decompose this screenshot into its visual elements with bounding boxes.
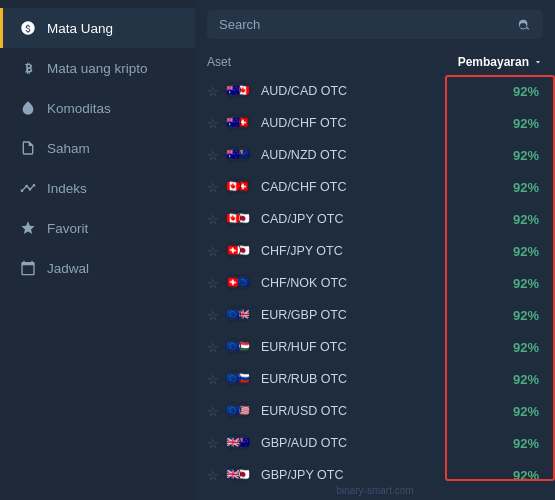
flag-pair: 🇪🇺🇬🇧 bbox=[225, 306, 255, 324]
sidebar-item-favorit[interactable]: Favorit bbox=[0, 208, 195, 248]
sidebar: Mata UangMata uang kriptoKomoditasSahamI… bbox=[0, 0, 195, 500]
flag1: 🇨🇭 bbox=[225, 274, 241, 290]
asset-payment: 92% bbox=[413, 84, 543, 99]
asset-name: AUD/NZD OTC bbox=[261, 148, 346, 162]
star-icon[interactable]: ☆ bbox=[207, 468, 219, 482]
sidebar-item-label: Mata Uang bbox=[47, 21, 113, 36]
table-row[interactable]: ☆🇨🇦🇯🇵CAD/JPY OTC92% bbox=[195, 203, 555, 235]
asset-payment: 92% bbox=[413, 372, 543, 387]
table-row[interactable]: ☆🇦🇺🇨🇭AUD/CHF OTC92% bbox=[195, 107, 555, 139]
asset-payment: 92% bbox=[413, 340, 543, 355]
table-row[interactable]: ☆🇨🇦🇨🇭CAD/CHF OTC92% bbox=[195, 171, 555, 203]
table-row[interactable]: ☆🇬🇧🇦🇺GBP/AUD OTC92% bbox=[195, 427, 555, 459]
sidebar-item-kripto[interactable]: Mata uang kripto bbox=[0, 48, 195, 88]
asset-list-wrapper: ☆🇦🇺🇨🇦AUD/CAD OTC92%☆🇦🇺🇨🇭AUD/CHF OTC92%☆🇦… bbox=[195, 75, 555, 481]
table-row[interactable]: ☆🇨🇭🇪🇺CHF/NOK OTC92% bbox=[195, 267, 555, 299]
asset-name: CAD/CHF OTC bbox=[261, 180, 346, 194]
asset-name: EUR/GBP OTC bbox=[261, 308, 347, 322]
sidebar-item-indeks[interactable]: Indeks bbox=[0, 168, 195, 208]
sidebar-item-label: Indeks bbox=[47, 181, 87, 196]
star-icon[interactable]: ☆ bbox=[207, 244, 219, 259]
star-icon[interactable]: ☆ bbox=[207, 308, 219, 323]
asset-name: GBP/JPY OTC bbox=[261, 468, 343, 481]
flag-pair: 🇦🇺🇳🇿 bbox=[225, 146, 255, 164]
drop-icon bbox=[19, 99, 37, 117]
col-payment-label[interactable]: Pembayaran bbox=[413, 55, 543, 69]
flag-pair: 🇨🇭🇯🇵 bbox=[225, 242, 255, 260]
flag-pair: 🇦🇺🇨🇦 bbox=[225, 82, 255, 100]
sidebar-item-jadwal[interactable]: Jadwal bbox=[0, 248, 195, 288]
asset-name: CAD/JPY OTC bbox=[261, 212, 343, 226]
table-row[interactable]: ☆🇪🇺🇭🇺EUR/HUF OTC92% bbox=[195, 331, 555, 363]
app-container: Mata UangMata uang kriptoKomoditasSahamI… bbox=[0, 0, 555, 500]
flag1: 🇦🇺 bbox=[225, 82, 241, 98]
flag1: 🇦🇺 bbox=[225, 146, 241, 162]
asset-row-left: ☆🇪🇺🇬🇧EUR/GBP OTC bbox=[207, 306, 413, 324]
flag-pair: 🇬🇧🇦🇺 bbox=[225, 434, 255, 452]
search-bar bbox=[195, 0, 555, 49]
asset-row-left: ☆🇦🇺🇳🇿AUD/NZD OTC bbox=[207, 146, 413, 164]
flag1: 🇬🇧 bbox=[225, 434, 241, 450]
asset-payment: 92% bbox=[413, 116, 543, 131]
search-wrapper bbox=[207, 10, 543, 39]
asset-payment: 92% bbox=[413, 468, 543, 482]
sidebar-item-label: Jadwal bbox=[47, 261, 89, 276]
flag-pair: 🇪🇺🇺🇸 bbox=[225, 402, 255, 420]
star-icon[interactable]: ☆ bbox=[207, 148, 219, 163]
asset-list[interactable]: ☆🇦🇺🇨🇦AUD/CAD OTC92%☆🇦🇺🇨🇭AUD/CHF OTC92%☆🇦… bbox=[195, 75, 555, 481]
asset-row-left: ☆🇦🇺🇨🇭AUD/CHF OTC bbox=[207, 114, 413, 132]
table-row[interactable]: ☆🇦🇺🇳🇿AUD/NZD OTC92% bbox=[195, 139, 555, 171]
asset-row-left: ☆🇬🇧🇯🇵GBP/JPY OTC bbox=[207, 466, 413, 481]
flag-pair: 🇨🇭🇪🇺 bbox=[225, 274, 255, 292]
sidebar-item-mata-uang[interactable]: Mata Uang bbox=[0, 8, 195, 48]
sidebar-item-label: Saham bbox=[47, 141, 90, 156]
flag-pair: 🇪🇺🇷🇺 bbox=[225, 370, 255, 388]
star-icon[interactable]: ☆ bbox=[207, 276, 219, 291]
asset-name: EUR/USD OTC bbox=[261, 404, 347, 418]
table-row[interactable]: ☆🇪🇺🇺🇸EUR/USD OTC92% bbox=[195, 395, 555, 427]
asset-name: CHF/JPY OTC bbox=[261, 244, 343, 258]
table-row[interactable]: ☆🇬🇧🇯🇵GBP/JPY OTC92% bbox=[195, 459, 555, 481]
flag1: 🇪🇺 bbox=[225, 370, 241, 386]
flag1: 🇬🇧 bbox=[225, 466, 241, 481]
asset-payment: 92% bbox=[413, 244, 543, 259]
sidebar-item-label: Favorit bbox=[47, 221, 88, 236]
asset-payment: 92% bbox=[413, 404, 543, 419]
asset-payment: 92% bbox=[413, 308, 543, 323]
asset-payment: 92% bbox=[413, 180, 543, 195]
star-icon[interactable]: ☆ bbox=[207, 116, 219, 131]
sidebar-item-komoditas[interactable]: Komoditas bbox=[0, 88, 195, 128]
table-row[interactable]: ☆🇨🇭🇯🇵CHF/JPY OTC92% bbox=[195, 235, 555, 267]
table-header: Aset Pembayaran bbox=[195, 49, 555, 75]
asset-name: AUD/CHF OTC bbox=[261, 116, 346, 130]
table-row[interactable]: ☆🇦🇺🇨🇦AUD/CAD OTC92% bbox=[195, 75, 555, 107]
watermark: binary-smart.com bbox=[195, 481, 555, 500]
sidebar-item-label: Komoditas bbox=[47, 101, 111, 116]
asset-row-left: ☆🇨🇭🇪🇺CHF/NOK OTC bbox=[207, 274, 413, 292]
search-input[interactable] bbox=[219, 17, 509, 32]
sidebar-item-saham[interactable]: Saham bbox=[0, 128, 195, 168]
asset-row-left: ☆🇬🇧🇦🇺GBP/AUD OTC bbox=[207, 434, 413, 452]
chart-icon bbox=[19, 179, 37, 197]
star-icon[interactable]: ☆ bbox=[207, 84, 219, 99]
asset-name: GBP/AUD OTC bbox=[261, 436, 347, 450]
asset-name: EUR/RUB OTC bbox=[261, 372, 347, 386]
star-icon[interactable]: ☆ bbox=[207, 372, 219, 387]
star-icon[interactable]: ☆ bbox=[207, 340, 219, 355]
asset-payment: 92% bbox=[413, 276, 543, 291]
star-icon[interactable]: ☆ bbox=[207, 180, 219, 195]
asset-row-left: ☆🇪🇺🇷🇺EUR/RUB OTC bbox=[207, 370, 413, 388]
flag-pair: 🇦🇺🇨🇭 bbox=[225, 114, 255, 132]
star-icon[interactable]: ☆ bbox=[207, 212, 219, 227]
asset-payment: 92% bbox=[413, 436, 543, 451]
asset-row-left: ☆🇪🇺🇺🇸EUR/USD OTC bbox=[207, 402, 413, 420]
star-icon[interactable]: ☆ bbox=[207, 436, 219, 451]
table-row[interactable]: ☆🇪🇺🇬🇧EUR/GBP OTC92% bbox=[195, 299, 555, 331]
flag-pair: 🇪🇺🇭🇺 bbox=[225, 338, 255, 356]
asset-row-left: ☆🇨🇭🇯🇵CHF/JPY OTC bbox=[207, 242, 413, 260]
star-icon[interactable]: ☆ bbox=[207, 404, 219, 419]
flag1: 🇦🇺 bbox=[225, 114, 241, 130]
flag1: 🇨🇭 bbox=[225, 242, 241, 258]
flag1: 🇪🇺 bbox=[225, 338, 241, 354]
table-row[interactable]: ☆🇪🇺🇷🇺EUR/RUB OTC92% bbox=[195, 363, 555, 395]
